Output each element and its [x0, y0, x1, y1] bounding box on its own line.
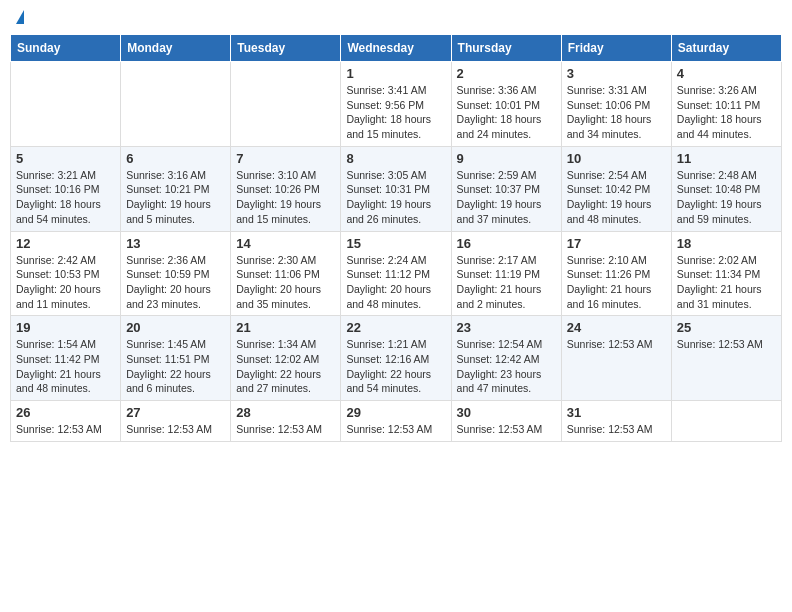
- day-number: 27: [126, 405, 225, 420]
- calendar-header: SundayMondayTuesdayWednesdayThursdayFrid…: [11, 35, 782, 62]
- day-info: Sunrise: 1:54 AM Sunset: 11:42 PM Daylig…: [16, 337, 115, 396]
- calendar-cell: 4Sunrise: 3:26 AM Sunset: 10:11 PM Dayli…: [671, 62, 781, 147]
- day-info: Sunrise: 3:41 AM Sunset: 9:56 PM Dayligh…: [346, 83, 445, 142]
- calendar-cell: 7Sunrise: 3:10 AM Sunset: 10:26 PM Dayli…: [231, 146, 341, 231]
- day-number: 16: [457, 236, 556, 251]
- day-number: 23: [457, 320, 556, 335]
- calendar-cell: 28Sunrise: 12:53 AM: [231, 401, 341, 442]
- calendar-cell: 27Sunrise: 12:53 AM: [121, 401, 231, 442]
- day-info: Sunrise: 12:53 AM: [567, 337, 666, 352]
- calendar-cell: 14Sunrise: 2:30 AM Sunset: 11:06 PM Dayl…: [231, 231, 341, 316]
- day-info: Sunrise: 12:54 AM Sunset: 12:42 AM Dayli…: [457, 337, 556, 396]
- day-number: 13: [126, 236, 225, 251]
- day-info: Sunrise: 12:53 AM: [126, 422, 225, 437]
- day-info: Sunrise: 12:53 AM: [346, 422, 445, 437]
- calendar-cell: 31Sunrise: 12:53 AM: [561, 401, 671, 442]
- day-header: Friday: [561, 35, 671, 62]
- calendar-cell: 24Sunrise: 12:53 AM: [561, 316, 671, 401]
- day-number: 20: [126, 320, 225, 335]
- day-number: 22: [346, 320, 445, 335]
- day-info: Sunrise: 2:42 AM Sunset: 10:53 PM Daylig…: [16, 253, 115, 312]
- day-number: 3: [567, 66, 666, 81]
- day-info: Sunrise: 1:34 AM Sunset: 12:02 AM Daylig…: [236, 337, 335, 396]
- calendar-cell: 15Sunrise: 2:24 AM Sunset: 11:12 PM Dayl…: [341, 231, 451, 316]
- calendar-cell: 26Sunrise: 12:53 AM: [11, 401, 121, 442]
- calendar-row: 5Sunrise: 3:21 AM Sunset: 10:16 PM Dayli…: [11, 146, 782, 231]
- day-info: Sunrise: 2:59 AM Sunset: 10:37 PM Daylig…: [457, 168, 556, 227]
- day-number: 8: [346, 151, 445, 166]
- day-number: 29: [346, 405, 445, 420]
- page-header: [10, 10, 782, 26]
- calendar-cell: [11, 62, 121, 147]
- calendar-cell: 23Sunrise: 12:54 AM Sunset: 12:42 AM Day…: [451, 316, 561, 401]
- calendar-cell: 8Sunrise: 3:05 AM Sunset: 10:31 PM Dayli…: [341, 146, 451, 231]
- calendar-row: 19Sunrise: 1:54 AM Sunset: 11:42 PM Dayl…: [11, 316, 782, 401]
- day-info: Sunrise: 2:48 AM Sunset: 10:48 PM Daylig…: [677, 168, 776, 227]
- day-header: Tuesday: [231, 35, 341, 62]
- day-info: Sunrise: 1:21 AM Sunset: 12:16 AM Daylig…: [346, 337, 445, 396]
- calendar-row: 12Sunrise: 2:42 AM Sunset: 10:53 PM Dayl…: [11, 231, 782, 316]
- day-number: 2: [457, 66, 556, 81]
- day-info: Sunrise: 1:45 AM Sunset: 11:51 PM Daylig…: [126, 337, 225, 396]
- logo-triangle-icon: [16, 10, 24, 24]
- day-info: Sunrise: 12:53 AM: [236, 422, 335, 437]
- calendar-cell: 30Sunrise: 12:53 AM: [451, 401, 561, 442]
- day-info: Sunrise: 12:53 AM: [567, 422, 666, 437]
- calendar-cell: 22Sunrise: 1:21 AM Sunset: 12:16 AM Dayl…: [341, 316, 451, 401]
- day-number: 6: [126, 151, 225, 166]
- day-info: Sunrise: 2:36 AM Sunset: 10:59 PM Daylig…: [126, 253, 225, 312]
- day-header: Monday: [121, 35, 231, 62]
- calendar-cell: 25Sunrise: 12:53 AM: [671, 316, 781, 401]
- day-number: 9: [457, 151, 556, 166]
- day-number: 24: [567, 320, 666, 335]
- calendar-cell: 18Sunrise: 2:02 AM Sunset: 11:34 PM Dayl…: [671, 231, 781, 316]
- day-info: Sunrise: 2:24 AM Sunset: 11:12 PM Daylig…: [346, 253, 445, 312]
- calendar-cell: 10Sunrise: 2:54 AM Sunset: 10:42 PM Dayl…: [561, 146, 671, 231]
- day-info: Sunrise: 2:54 AM Sunset: 10:42 PM Daylig…: [567, 168, 666, 227]
- calendar-row: 26Sunrise: 12:53 AM27Sunrise: 12:53 AM28…: [11, 401, 782, 442]
- calendar-cell: 20Sunrise: 1:45 AM Sunset: 11:51 PM Dayl…: [121, 316, 231, 401]
- day-number: 28: [236, 405, 335, 420]
- day-info: Sunrise: 3:05 AM Sunset: 10:31 PM Daylig…: [346, 168, 445, 227]
- day-number: 17: [567, 236, 666, 251]
- day-number: 30: [457, 405, 556, 420]
- day-info: Sunrise: 3:21 AM Sunset: 10:16 PM Daylig…: [16, 168, 115, 227]
- day-number: 12: [16, 236, 115, 251]
- day-info: Sunrise: 12:53 AM: [16, 422, 115, 437]
- day-info: Sunrise: 12:53 AM: [677, 337, 776, 352]
- day-number: 14: [236, 236, 335, 251]
- day-info: Sunrise: 3:36 AM Sunset: 10:01 PM Daylig…: [457, 83, 556, 142]
- day-number: 7: [236, 151, 335, 166]
- logo: [14, 10, 24, 26]
- calendar-cell: 16Sunrise: 2:17 AM Sunset: 11:19 PM Dayl…: [451, 231, 561, 316]
- day-number: 31: [567, 405, 666, 420]
- calendar-cell: 19Sunrise: 1:54 AM Sunset: 11:42 PM Dayl…: [11, 316, 121, 401]
- calendar-table: SundayMondayTuesdayWednesdayThursdayFrid…: [10, 34, 782, 442]
- day-number: 11: [677, 151, 776, 166]
- calendar-row: 1Sunrise: 3:41 AM Sunset: 9:56 PM Daylig…: [11, 62, 782, 147]
- day-number: 15: [346, 236, 445, 251]
- day-number: 1: [346, 66, 445, 81]
- day-info: Sunrise: 2:02 AM Sunset: 11:34 PM Daylig…: [677, 253, 776, 312]
- calendar-cell: 6Sunrise: 3:16 AM Sunset: 10:21 PM Dayli…: [121, 146, 231, 231]
- day-number: 5: [16, 151, 115, 166]
- calendar-cell: 17Sunrise: 2:10 AM Sunset: 11:26 PM Dayl…: [561, 231, 671, 316]
- day-number: 10: [567, 151, 666, 166]
- day-info: Sunrise: 2:10 AM Sunset: 11:26 PM Daylig…: [567, 253, 666, 312]
- day-info: Sunrise: 3:31 AM Sunset: 10:06 PM Daylig…: [567, 83, 666, 142]
- calendar-cell: 29Sunrise: 12:53 AM: [341, 401, 451, 442]
- calendar-cell: 11Sunrise: 2:48 AM Sunset: 10:48 PM Dayl…: [671, 146, 781, 231]
- day-header: Thursday: [451, 35, 561, 62]
- day-number: 18: [677, 236, 776, 251]
- day-number: 25: [677, 320, 776, 335]
- calendar-cell: 13Sunrise: 2:36 AM Sunset: 10:59 PM Dayl…: [121, 231, 231, 316]
- day-header: Saturday: [671, 35, 781, 62]
- calendar-cell: [121, 62, 231, 147]
- day-info: Sunrise: 3:26 AM Sunset: 10:11 PM Daylig…: [677, 83, 776, 142]
- day-info: Sunrise: 3:10 AM Sunset: 10:26 PM Daylig…: [236, 168, 335, 227]
- calendar-cell: 1Sunrise: 3:41 AM Sunset: 9:56 PM Daylig…: [341, 62, 451, 147]
- day-number: 21: [236, 320, 335, 335]
- calendar-cell: [231, 62, 341, 147]
- calendar-cell: 21Sunrise: 1:34 AM Sunset: 12:02 AM Dayl…: [231, 316, 341, 401]
- calendar-cell: 9Sunrise: 2:59 AM Sunset: 10:37 PM Dayli…: [451, 146, 561, 231]
